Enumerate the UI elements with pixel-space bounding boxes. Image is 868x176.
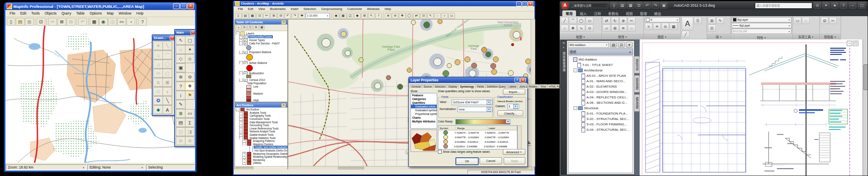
chevron-down-icon[interactable]: ▼ [788,24,790,27]
sheets-section-header[interactable]: 图纸 ▲ [568,49,633,55]
dialog-tab-definitionquery[interactable]: Definition Query [485,84,507,88]
panel-label[interactable]: 块▼ [707,34,730,39]
修改-tool-4[interactable]: ▱ [603,24,611,32]
pan-grabber[interactable]: ❖ [185,82,195,90]
new-redistricter[interactable]: ◔ [126,18,135,26]
expand-toggle[interactable]: - [574,106,577,110]
edit-tool-3[interactable]: ◆ [354,13,361,19]
edit-tool-1[interactable]: ▦ [340,13,346,19]
chevron-down-icon[interactable]: ▼ [513,104,518,109]
expand-toggle[interactable]: + [239,38,243,42]
new-mapper[interactable]: ◉ [99,18,108,26]
main-toolbar-titlebar[interactable]: Main ✕ [175,30,195,35]
nav-tool-2[interactable]: ❖ [399,13,406,19]
expand-toggle[interactable]: - [574,68,577,72]
sheet-tree-item[interactable]: AS-01 - ARCH SITE PLAN [569,73,632,78]
help-icon[interactable]: ? [840,2,847,9]
viewport-min-icon[interactable]: – [847,41,852,46]
symbol-row[interactable]: -0.610963 - 0.523513-0.610963 - 0.523513 [438,139,517,144]
layer-checkbox[interactable]: ✓ [244,61,247,64]
autocad-app-button[interactable]: A [561,2,569,9]
toolbox-item[interactable]: +Rendering [235,159,287,162]
toolbox-item[interactable]: +Network Analyst Tools [235,130,287,133]
dialog-tab-source[interactable]: Source [422,84,433,88]
save-button[interactable]: ▦ [627,2,634,9]
window-maximize-button[interactable]: ▢ [858,2,866,9]
toolbox-item[interactable]: -Spatial Statistics Tools [235,136,287,139]
剪贴板-tool-1[interactable]: ✂ [829,17,837,24]
std-tool-4[interactable]: ✂ [263,13,270,19]
palette-tab-2[interactable]: 模型视图 [634,94,640,112]
show-list-item[interactable]: Quantities [411,101,437,105]
std-tool-5[interactable]: ⊞ [270,13,277,19]
sheet-tree-item[interactable]: A-03 - DOORS WINDOW... [569,89,632,95]
绘图-tool-4[interactable]: ⌂ [561,24,569,32]
show-class-ranges-checkbox[interactable] [438,150,442,154]
change-view[interactable]: ? [176,82,185,90]
menu-arcmap-selection[interactable]: Selection [301,7,319,11]
sheet-tree-item[interactable]: A-05 - SECTIONS AND D... [569,100,632,105]
show-list-item[interactable]: Features [411,93,437,97]
nav-tool-7[interactable]: ◌ [434,13,441,19]
show-list-item[interactable]: Graduated colors [411,105,437,108]
palette-title-strip[interactable]: ✕ ▸ 图纸集管理器 [561,40,567,175]
arc-tool[interactable]: ⌒ [163,51,172,59]
修改-tool-1[interactable]: ↻ [611,17,619,24]
toolbox-item[interactable]: Cluster and Outlier Analysis (Anselin Lo… [235,146,287,149]
palette-tab-0[interactable]: 图纸列表 [634,56,640,73]
dialog-tab-labels[interactable]: Labels [507,84,518,88]
assign-district[interactable]: ◨ [185,127,195,136]
menu-arcmap-bookmarks[interactable]: Bookmarks [267,7,288,11]
symbol-row[interactable]: -7.626674 - -3.694779-7.626674 - -3.6947… [438,130,517,135]
toc-tool-0[interactable]: ≡ [236,25,241,30]
chevron-down-icon[interactable]: ▼ [487,107,491,112]
块-tool-2[interactable]: ⊡ [708,24,716,32]
cancel-button[interactable]: Cancel [480,157,502,164]
toolbox-item[interactable]: +Utilities [235,161,287,165]
std-tool-0[interactable]: ▯ [235,13,242,19]
column-header[interactable]: Label [487,127,517,130]
arcmap-close-button[interactable]: ✕ [528,1,533,6]
chevron-down-icon[interactable]: ▼ [606,44,608,46]
toc-layer[interactable]: +✓House Types [235,38,287,42]
reshape-tool[interactable]: ◇ [153,87,163,96]
toc-layer[interactable]: -✓Active Stations [235,61,287,64]
print-window[interactable]: ⊡ [37,18,45,26]
expand-toggle[interactable]: + [239,111,243,115]
collapse-icon[interactable]: ▲ [629,51,631,53]
select-tool[interactable]: ↖ [176,36,185,45]
std-tool-2[interactable]: ▦ [249,13,256,19]
column-header[interactable]: Range [456,127,487,130]
expand-toggle[interactable]: - [239,71,243,75]
nav-tool-0[interactable]: ⊕ [385,13,391,19]
nav-tool-1[interactable]: ⊖ [392,13,398,19]
sheet-tree-item[interactable]: T-01 - TITLE SHEET [569,62,632,68]
favorites-icon[interactable]: ★ [831,2,838,9]
chevron-down-icon[interactable]: ▼ [326,15,329,17]
minimize-button[interactable]: – [173,3,180,9]
arcmap-titlebar[interactable]: Clusters - ArcMap - ArcInfo – ▢ ✕ [234,1,534,6]
open-table[interactable]: ▤ [16,18,25,26]
toc-layer[interactable]: -✓Census 2010 [235,78,287,82]
toc-layer[interactable]: High [235,99,287,102]
search-input[interactable]: 键入关键字或短语 [755,2,812,9]
palette-autohide-icon[interactable]: ▸ [563,46,564,49]
expand-toggle[interactable]: + [242,159,246,162]
menu-arcmap-geoprocessing[interactable]: Geoprocessing [319,7,344,11]
set-target-district[interactable]: ◫ [176,127,185,136]
clip-region-off[interactable]: ⊛ [185,137,195,145]
expand-toggle[interactable]: + [242,152,246,155]
toc-layer[interactable]: Low [235,85,287,88]
polyline-tool[interactable]: ⌂ [153,51,163,59]
sheet-tree-item[interactable]: S-04 - STRUCTURAL SEC... [569,127,632,132]
help-pointer[interactable]: ? [138,18,147,26]
apply-button[interactable]: Apply [504,157,525,164]
expand-toggle[interactable]: + [239,35,243,38]
viewport-max-icon[interactable]: ▢ [853,41,858,46]
expand-toggle[interactable]: - [242,143,246,146]
layer-checkbox[interactable]: ✓ [244,35,247,38]
修改-tool-7[interactable]: ⌂ [628,24,636,32]
close-button[interactable]: ✕ [187,3,194,9]
sheet-tree-item[interactable]: S-03 - FLOOR FRAMING... [569,122,632,127]
show-list-item[interactable]: Categories [411,97,437,101]
